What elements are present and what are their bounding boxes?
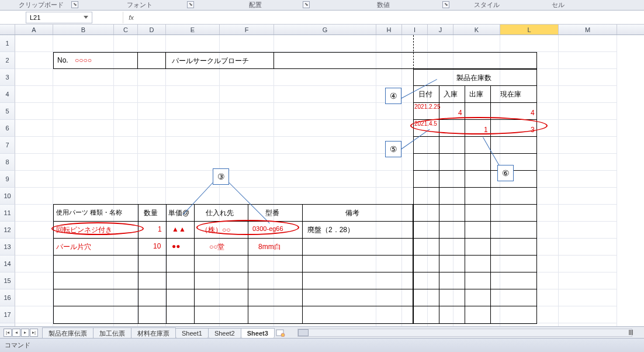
ribbon-group-number: 数値⬊ [313, 0, 453, 10]
dialog-launcher-icon[interactable]: ⬊ [187, 1, 194, 8]
stock-title: 製品在庫数 [456, 73, 491, 83]
row-header[interactable]: 2 [0, 52, 15, 69]
stock-date: 2021.2.25 [414, 103, 441, 110]
col-header[interactable]: C [114, 25, 138, 34]
tab-nav-last[interactable]: ▸| [30, 329, 38, 337]
part-name: パール片穴 [56, 242, 91, 252]
annotation-oval [51, 222, 144, 235]
col-header[interactable]: G [274, 25, 376, 34]
h [413, 289, 537, 289]
select-all-button[interactable] [0, 25, 15, 34]
h [413, 136, 537, 137]
part-price: ●● [172, 242, 181, 250]
h [413, 306, 537, 306]
dialog-launcher-icon[interactable]: ⬊ [71, 1, 78, 8]
col-header[interactable]: M [559, 25, 617, 34]
chevron-down-icon[interactable] [84, 16, 88, 19]
ribbon-group-styles: スタイル [453, 0, 520, 10]
callout-6: ⑥ [497, 165, 514, 181]
row-header[interactable]: 3 [0, 69, 15, 86]
h [53, 272, 413, 272]
parts-col: 使用パーツ 種類・名称 [56, 208, 122, 217]
stock-col: 現在庫 [500, 89, 521, 99]
svg-point-1 [281, 333, 285, 337]
h [413, 102, 537, 103]
row-header[interactable]: 4 [0, 86, 15, 103]
annotation-oval [410, 117, 548, 134]
no-value: ○○○○ [75, 56, 92, 64]
row-header[interactable]: 10 [0, 188, 15, 205]
name-box-value: L21 [30, 14, 40, 21]
formula-bar-row: L21 fx [0, 11, 644, 25]
header-divider [138, 52, 166, 69]
part-price: ▲▲ [172, 225, 186, 233]
col-header[interactable]: B [53, 25, 114, 34]
view-numeral-icon: Ⅲ [628, 328, 635, 337]
row-header[interactable]: 5 [0, 103, 15, 120]
callout-5: ⑤ [385, 141, 401, 157]
new-sheet-button[interactable] [275, 329, 286, 337]
no-label: No. [57, 56, 68, 64]
tab-nav-next[interactable]: ▸ [21, 329, 29, 337]
h [413, 221, 537, 222]
col-header[interactable]: J [428, 25, 453, 34]
tab-nav-first[interactable]: |◂ [4, 329, 12, 337]
col-header[interactable]: A [15, 25, 53, 34]
h [413, 272, 537, 272]
row-header[interactable]: 15 [0, 272, 15, 289]
row-header[interactable]: 17 [0, 306, 15, 323]
part-qty: 1 [158, 225, 162, 233]
h [53, 306, 413, 306]
row-header[interactable]: 9 [0, 171, 15, 188]
sheet-tab[interactable]: 加工伝票 [93, 327, 131, 339]
status-text: コマンド [5, 341, 30, 350]
col-header[interactable]: F [220, 25, 274, 34]
stock-col: 日付 [418, 89, 432, 99]
row-header[interactable]: 14 [0, 256, 15, 272]
dashed-divider [413, 35, 414, 69]
stock-bal: 4 [531, 109, 535, 117]
ribbon-groups: クリップボード⬊ フォント⬊ 配置⬊ 数値⬊ スタイル セル [0, 0, 644, 11]
row-header[interactable]: 8 [0, 154, 15, 171]
stock-col: 入庫 [444, 89, 458, 99]
row-header[interactable]: 12 [0, 222, 15, 239]
name-box[interactable]: L21 [26, 12, 92, 23]
h [413, 187, 537, 188]
sheet-tab[interactable]: Sheet1 [175, 328, 209, 338]
row-header[interactable]: 6 [0, 120, 15, 137]
parts-col: 備考 [345, 208, 359, 218]
h [53, 255, 413, 256]
row-header[interactable]: 7 [0, 137, 15, 154]
sheet-tab[interactable]: 製品在庫伝票 [42, 327, 94, 339]
fx-button[interactable]: fx [123, 12, 139, 23]
h [413, 238, 537, 239]
col-header[interactable]: H [376, 25, 402, 34]
part-note: 廃盤（2．28） [307, 225, 354, 235]
part-supplier: ○○堂 [209, 242, 225, 252]
sheet-tab[interactable]: 材料在庫票 [131, 327, 176, 339]
horizontal-scrollbar[interactable] [297, 328, 632, 337]
sheet-tab[interactable]: Sheet2 [208, 328, 241, 338]
col-header-selected[interactable]: L [500, 25, 559, 34]
row-header[interactable]: 16 [0, 289, 15, 306]
status-bar: コマンド [0, 338, 644, 352]
row-headers: 1 2 3 4 5 6 7 8 9 10 11 12 13 14 15 16 1… [0, 35, 15, 333]
worksheet-grid[interactable]: 1 2 3 4 5 6 7 8 9 10 11 12 13 14 15 16 1… [0, 35, 644, 337]
col-header[interactable]: D [138, 25, 166, 34]
parts-col: 仕入れ先 [206, 208, 234, 218]
dialog-launcher-icon[interactable]: ⬊ [442, 1, 449, 8]
tab-nav-prev[interactable]: ◂ [12, 329, 20, 337]
row-header[interactable]: 11 [0, 205, 15, 222]
sheet-tab-active[interactable]: Sheet3 [241, 328, 275, 338]
column-headers: A B C D E F G H I J K L M [0, 25, 644, 35]
col-header[interactable]: I [402, 25, 428, 34]
col-header[interactable]: E [166, 25, 220, 34]
parts-col: 数量 [144, 208, 158, 218]
row-header[interactable]: 13 [0, 239, 15, 256]
col-header[interactable]: K [453, 25, 500, 34]
dialog-launcher-icon[interactable]: ⬊ [303, 1, 310, 8]
ribbon-group-cells: セル [520, 0, 596, 10]
h [413, 153, 537, 154]
product-title: パールサークルブローチ [172, 56, 249, 66]
row-header[interactable]: 1 [0, 35, 15, 52]
